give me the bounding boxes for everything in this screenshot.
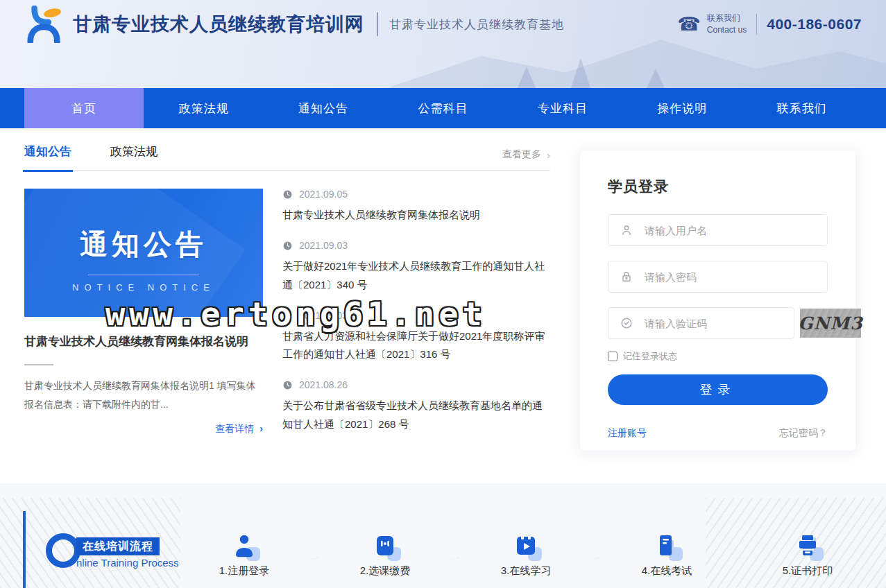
step-label: 1.注册登录 <box>203 564 286 578</box>
news-item[interactable]: 2021.09.05 甘肃专业技术人员继续教育网集体报名说明 <box>282 189 550 224</box>
training-process-section: 在线培训流程 nline Training Process 1.注册登录 <box>0 483 886 588</box>
tab-policies[interactable]: 政策法规 <box>110 144 157 161</box>
process-title-cn: 在线培训流程 <box>76 537 160 555</box>
featured-image-divider <box>88 275 199 275</box>
login-button[interactable]: 登录 <box>608 374 828 405</box>
step-label: 4.在线考试 <box>625 564 708 578</box>
step-label: 3.在线学习 <box>484 564 568 578</box>
nav-item-professional-subjects[interactable]: 专业科目 <box>503 88 622 128</box>
news-date: 2021.09.03 <box>299 240 348 251</box>
featured-image-title: 通知公告 <box>80 225 207 263</box>
step-label: 5.证书打印 <box>766 564 849 578</box>
arrow-right-icon <box>708 557 766 578</box>
news-column: 通知公告 政策法规 查看更多 › 通知公告 NOTICE NOTICE 甘肃专业… <box>24 144 550 451</box>
featured-notice-excerpt: 甘肃专业技术人员继续教育网集体报名说明1 填写集体报名信息表：请下载附件内的甘.… <box>24 377 263 413</box>
username-field-wrapper <box>608 214 828 246</box>
nav-item-contact[interactable]: 联系我们 <box>742 88 862 128</box>
contact-divider <box>756 14 757 35</box>
step-print-certificate: 5.证书打印 <box>766 533 849 578</box>
nav-item-instructions[interactable]: 操作说明 <box>622 88 742 128</box>
news-item[interactable]: 2021.08.26 关于公布甘肃省省级专业技术人员继续教育基地名单的通知甘人社… <box>282 379 550 433</box>
nav-item-public-subjects[interactable]: 公需科目 <box>383 88 502 128</box>
view-detail-link[interactable]: 查看详情› <box>24 423 263 435</box>
login-title: 学员登录 <box>608 177 828 196</box>
view-detail-label: 查看详情 <box>215 423 254 434</box>
clock-icon <box>282 310 293 320</box>
process-title-en: nline Training Process <box>76 557 179 569</box>
process-steps: 1.注册登录 2.选课缴费 <box>203 533 849 578</box>
contact-label-en: Contact us <box>707 24 747 36</box>
captcha-field-wrapper <box>608 307 794 339</box>
remember-login-option[interactable]: 记住登录状态 <box>608 350 828 363</box>
contact-phone-number: 400-186-0607 <box>767 16 862 33</box>
accent-bar <box>23 511 26 588</box>
featured-image-subtitle: NOTICE NOTICE <box>72 282 215 293</box>
forgot-password-link[interactable]: 忘记密码？ <box>779 427 828 440</box>
step-label: 2.选课缴费 <box>343 564 427 578</box>
user-icon <box>232 533 256 558</box>
main-content: 通知公告 政策法规 查看更多 › 通知公告 NOTICE NOTICE 甘肃专业… <box>0 128 886 483</box>
featured-notice-title[interactable]: 甘肃专业技术人员继续教育网集体报名说明 <box>24 332 263 352</box>
lock-icon <box>620 270 633 284</box>
news-title[interactable]: 甘肃省人力资源和社会保障厅关于做好2021年度职称评审工作的通知甘人社通〔202… <box>282 327 550 364</box>
password-field-wrapper <box>608 261 828 293</box>
contact-label-cn: 联系我们 <box>707 12 747 24</box>
news-title[interactable]: 关于做好2021年专业技术人员继续教育工作的通知甘人社通〔2021〕340 号 <box>282 257 550 294</box>
password-input[interactable] <box>645 271 816 283</box>
step-register-login: 1.注册登录 <box>203 533 286 578</box>
arrow-right-icon <box>427 557 484 578</box>
main-nav: 首页 政策法规 通知公告 公需科目 专业科目 操作说明 联系我们 <box>0 88 886 128</box>
step-online-exam: 4.在线考试 <box>625 533 708 578</box>
clock-icon <box>282 380 293 390</box>
username-input[interactable] <box>645 225 816 236</box>
news-date: 2021.09.03 <box>299 310 348 321</box>
arrow-right-icon <box>286 557 343 578</box>
tab-notices[interactable]: 通知公告 <box>24 144 71 161</box>
news-item[interactable]: 2021.09.03 关于做好2021年专业技术人员继续教育工作的通知甘人社通〔… <box>282 240 550 294</box>
featured-notice-card[interactable]: 通知公告 NOTICE NOTICE 甘肃专业技术人员继续教育网集体报名说明 甘… <box>24 189 263 449</box>
site-logo-icon[interactable] <box>24 6 65 43</box>
chevron-right-icon: › <box>547 149 550 161</box>
captcha-input[interactable] <box>645 318 783 329</box>
captcha-text: GNM3 <box>798 313 862 334</box>
news-title[interactable]: 甘肃专业技术人员继续教育网集体报名说明 <box>282 206 550 224</box>
step-online-learning: 3.在线学习 <box>484 533 568 578</box>
calculator-icon <box>373 533 397 558</box>
exam-file-icon <box>655 533 679 558</box>
news-date: 2021.09.05 <box>299 189 348 200</box>
nav-item-home[interactable]: 首页 <box>24 88 144 128</box>
news-date: 2021.08.26 <box>299 379 348 390</box>
printer-icon <box>796 533 819 558</box>
news-list: 2021.09.05 甘肃专业技术人员继续教育网集体报名说明 2021.09.0… <box>282 189 550 449</box>
site-title: 甘肃专业技术人员继续教育培训网 <box>73 12 364 37</box>
featured-notice-image: 通知公告 NOTICE NOTICE <box>24 189 263 317</box>
view-more-label: 查看更多 <box>502 148 541 161</box>
captcha-image[interactable]: GNM3 <box>800 309 861 338</box>
news-item[interactable]: 2021.09.03 甘肃省人力资源和社会保障厅关于做好2021年度职称评审工作… <box>282 310 550 364</box>
clock-icon <box>282 189 293 200</box>
shield-check-icon <box>620 316 633 330</box>
clock-icon <box>282 241 293 251</box>
nav-item-notices[interactable]: 通知公告 <box>264 88 383 128</box>
featured-divider <box>24 364 53 365</box>
site-subtitle: 甘肃专业技术人员继续教育基地 <box>389 17 564 33</box>
remember-label: 记住登录状态 <box>623 350 677 363</box>
view-more-link[interactable]: 查看更多 › <box>502 148 550 161</box>
news-tabs: 通知公告 政策法规 查看更多 › <box>24 144 550 171</box>
remember-checkbox[interactable] <box>608 352 617 361</box>
phone-icon: ☎ <box>677 15 701 34</box>
login-panel: 学员登录 GNM3 记住登录状态 <box>580 150 855 451</box>
arrow-right-icon <box>568 557 625 578</box>
big-o-ring <box>46 533 80 568</box>
video-play-icon <box>514 533 538 558</box>
news-title[interactable]: 关于公布甘肃省省级专业技术人员继续教育基地名单的通知甘人社通〔2021〕268 … <box>282 397 550 433</box>
title-divider <box>377 12 378 36</box>
chevron-right-icon: › <box>259 423 263 434</box>
register-link[interactable]: 注册账号 <box>608 427 647 440</box>
step-choose-pay: 2.选课缴费 <box>343 533 427 578</box>
nav-item-policies[interactable]: 政策法规 <box>144 88 263 128</box>
user-icon <box>620 223 633 237</box>
page-header: 甘肃专业技术人员继续教育培训网 甘肃专业技术人员继续教育基地 ☎ 联系我们 Co… <box>0 0 886 88</box>
